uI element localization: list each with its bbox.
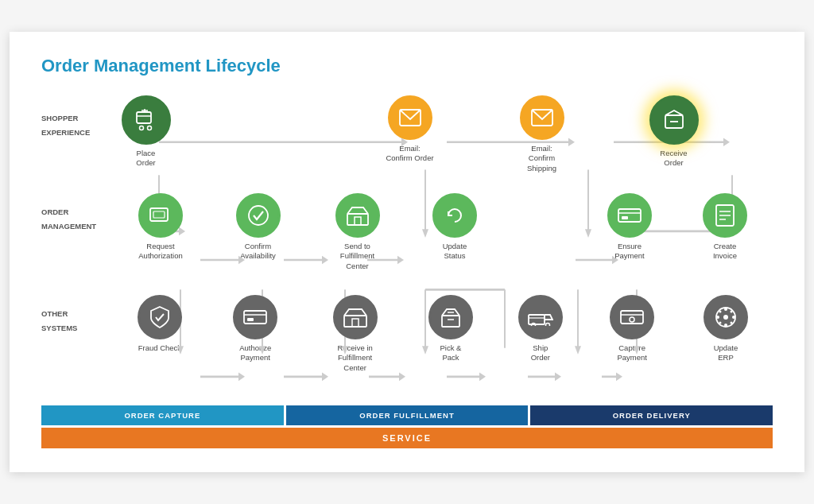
capture-payment-node: CapturePayment — [608, 295, 656, 363]
order-mgmt-label: ORDERMANAGEMENT — [41, 189, 113, 232]
diagram: SHOPPER EXPERIENCE P — [41, 95, 773, 456]
svg-rect-75 — [344, 316, 366, 327]
svg-rect-80 — [529, 315, 545, 324]
svg-rect-64 — [355, 217, 361, 225]
send-fulfill-circle — [335, 193, 380, 238]
svg-rect-67 — [622, 216, 628, 219]
place-order-circle — [122, 95, 171, 145]
ensure-payment-circle — [607, 193, 652, 238]
authorize-payment-node: AuthorizePayment — [230, 295, 281, 363]
fraud-check-node: Fraud Check — [136, 295, 184, 353]
service-band: SERVICE — [41, 428, 773, 448]
order-delivery-band: ORDER DELIVERY — [530, 405, 773, 425]
update-status-node: UpdateStatus — [431, 193, 479, 262]
capture-payment-label: CapturePayment — [617, 343, 647, 363]
slide: Order Management Lifecycle — [10, 32, 804, 472]
update-erp-node: UpdateERP — [702, 295, 750, 363]
send-fulfill-node: Send toFulfillmentCenter — [331, 193, 383, 271]
receive-order-node: ReceiveOrder — [641, 95, 707, 169]
svg-point-93 — [719, 311, 721, 313]
pick-pack-node: Pick &Pack — [428, 295, 472, 363]
ensure-payment-node: EnsurePayment — [606, 193, 653, 262]
confirm-avail-label: ConfirmAvailability — [240, 242, 276, 262]
receive-fulfillment-node: Receive inFulfillmentCenter — [328, 295, 383, 373]
update-erp-label: UpdateERP — [714, 343, 738, 363]
authorize-payment-circle — [233, 295, 277, 339]
fraud-check-circle — [138, 295, 182, 339]
capture-payment-circle — [610, 295, 654, 339]
ship-order-label: ShipOrder — [531, 343, 550, 363]
svg-point-62 — [249, 206, 268, 225]
update-erp-circle — [704, 295, 748, 339]
pick-pack-circle — [428, 295, 473, 339]
request-auth-node: RequestAuthorization — [137, 193, 184, 262]
email-confirm-shipping-circle — [520, 95, 564, 140]
request-auth-label: RequestAuthorization — [138, 242, 182, 262]
receive-order-circle — [649, 95, 699, 145]
email-confirm-order-node: Email:Confirm Order — [377, 95, 443, 164]
svg-point-96 — [730, 322, 732, 324]
order-fulfillment-band: ORDER FULFILLMENT — [286, 405, 529, 425]
svg-rect-61 — [153, 211, 165, 218]
svg-rect-76 — [352, 319, 359, 327]
svg-point-91 — [716, 316, 719, 319]
svg-point-89 — [724, 308, 727, 311]
ship-order-node: ShipOrder — [518, 295, 562, 363]
place-order-label: PlaceOrder — [136, 149, 155, 169]
create-invoice-label: CreateInvoice — [713, 242, 737, 262]
phase-bands: ORDER CAPTURE ORDER FULFILLMENT ORDER DE… — [41, 405, 773, 425]
confirm-avail-circle — [236, 193, 281, 238]
svg-point-82 — [545, 324, 549, 327]
send-fulfill-label: Send toFulfillmentCenter — [340, 242, 374, 271]
update-status-label: UpdateStatus — [443, 242, 467, 262]
order-capture-band: ORDER CAPTURE — [41, 405, 284, 425]
create-invoice-node: CreateInvoice — [701, 193, 749, 262]
svg-point-51 — [139, 126, 143, 130]
svg-point-86 — [630, 317, 634, 322]
authorize-payment-label: AuthorizePayment — [239, 343, 271, 363]
confirm-avail-node: ConfirmAvailability — [232, 193, 284, 262]
svg-rect-60 — [150, 208, 168, 221]
svg-rect-63 — [347, 214, 368, 225]
ensure-payment-label: EnsurePayment — [614, 242, 645, 262]
svg-rect-77 — [442, 316, 459, 327]
fraud-check-label: Fraud Check — [138, 343, 181, 353]
receive-fulfillment-label: Receive inFulfillmentCenter — [337, 343, 372, 373]
email-confirm-order-label: Email:Confirm Order — [386, 144, 433, 164]
request-auth-circle — [138, 193, 183, 238]
ship-order-circle — [518, 295, 563, 339]
svg-point-52 — [147, 126, 151, 130]
receive-order-label: ReceiveOrder — [660, 149, 687, 169]
svg-point-95 — [719, 322, 721, 324]
pick-pack-label: Pick &Pack — [440, 343, 461, 363]
email-confirm-shipping-node: Email:Confirm Shipping — [509, 95, 575, 173]
svg-rect-50 — [137, 112, 151, 123]
email-confirm-order-circle — [388, 95, 432, 140]
receive-fulfillment-circle — [333, 295, 378, 339]
svg-point-90 — [724, 324, 727, 327]
svg-point-94 — [730, 311, 732, 313]
svg-rect-72 — [244, 311, 266, 324]
svg-point-88 — [723, 315, 728, 320]
update-status-circle — [432, 193, 477, 238]
email-confirm-shipping-label: Email:Confirm Shipping — [514, 144, 571, 173]
other-systems-label: OTHERSYSTEMS — [41, 291, 113, 334]
svg-rect-74 — [247, 318, 254, 321]
svg-point-92 — [732, 316, 735, 319]
place-order-node: PlaceOrder — [113, 95, 179, 169]
page-title: Order Management Lifecycle — [41, 56, 773, 76]
shopper-label: SHOPPER EXPERIENCE — [41, 95, 113, 138]
create-invoice-circle — [703, 193, 747, 238]
svg-rect-65 — [618, 209, 641, 222]
